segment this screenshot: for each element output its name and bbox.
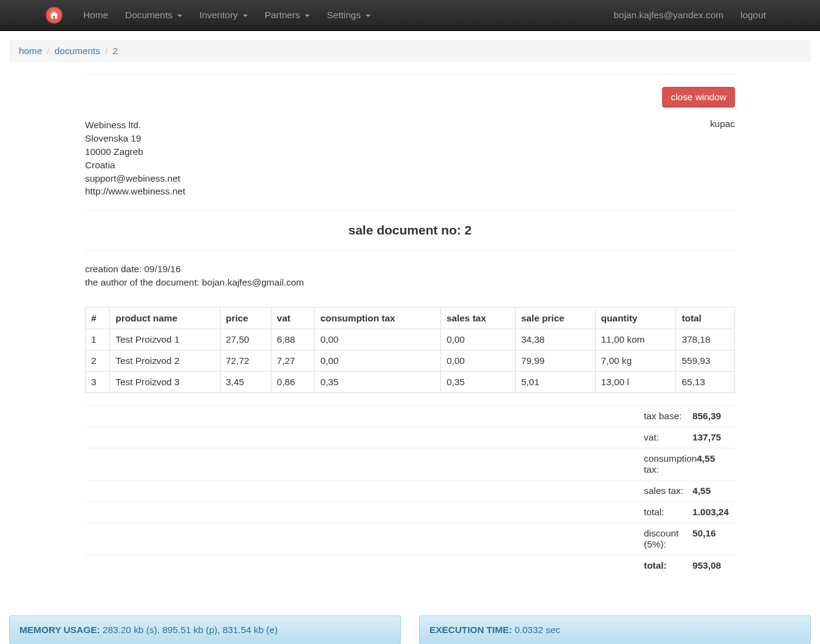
buyer-label: kupac [710,118,735,198]
cell-vat: 6,88 [271,329,315,351]
subtotal-value: 1.003,24 [692,507,735,518]
company-city: 10000 Zagreb [85,145,185,159]
col-consumption-tax: consumption tax [315,308,441,329]
execution-time-label: EXECUTION TIME: [429,625,512,635]
memory-usage-label: MEMORY USAGE: [19,625,100,635]
breadcrumb: home documents 2 [9,40,811,62]
tax-base-label: tax base: [85,411,692,422]
svg-rect-2 [53,16,55,19]
brand-logo-icon[interactable] [46,7,63,24]
document-meta: creation date: 09/19/16 the author of th… [85,262,735,289]
col-sale-price: sale price [515,308,595,329]
caret-down-icon [177,15,182,17]
execution-time-value: 0.0332 sec [512,625,561,635]
totals-block: tax base:856,39 vat:137,75 consumption t… [85,405,735,576]
cell-idx: 2 [86,351,110,372]
discount-label: discount (5%): [85,528,692,550]
cell-quantity: 11,00 kom [595,329,676,351]
cell-price: 3,45 [220,372,271,393]
nav-documents[interactable]: Documents [117,1,191,30]
cell-sales_tax: 0,00 [441,351,516,372]
nav-home[interactable]: Home [75,1,117,30]
sales-tax-label: sales tax: [85,485,692,496]
vat-value: 137,75 [692,432,735,443]
col-vat: vat [271,308,315,329]
creation-date-value: 09/19/16 [145,264,181,274]
cell-idx: 1 [86,329,110,351]
close-window-button[interactable]: close window [662,87,735,108]
cell-quantity: 13,00 l [595,372,676,393]
company-country: Croatia [85,159,185,172]
cell-price: 27,50 [220,329,271,351]
cell-vat: 7,27 [271,351,315,372]
author-label: the author of the document: [85,277,202,287]
cell-quantity: 7,00 kg [595,351,676,372]
company-info: Webiness ltd. Slovenska 19 10000 Zagreb … [85,118,185,198]
cell-cons_tax: 0,35 [315,372,441,393]
nav-logout[interactable]: logout [732,1,774,30]
cell-cons_tax: 0,00 [315,329,441,351]
table-row: 1Test Proizvod 127,506,880,000,0034,3811… [86,329,735,351]
breadcrumb-home[interactable]: home [19,46,43,56]
cell-total: 378,18 [676,329,735,351]
col-sales-tax: sales tax [441,308,516,329]
company-name: Webiness ltd. [85,118,185,132]
company-email: support@webiness.net [85,172,185,185]
nav-inventory[interactable]: Inventory [191,1,256,30]
table-header-row: # product name price vat consumption tax… [86,308,735,329]
final-total-value: 953,08 [692,560,735,571]
cell-sales_tax: 0,35 [441,372,516,393]
caret-down-icon [305,15,310,17]
items-table: # product name price vat consumption tax… [85,307,735,393]
consumption-tax-label: consumption tax: [85,453,697,475]
sales-tax-value: 4,55 [692,485,735,496]
nav-partners[interactable]: Partners [256,1,318,30]
cell-total: 65,13 [676,372,735,393]
cell-name: Test Proizvod 1 [110,329,220,351]
col-total: total [676,308,735,329]
breadcrumb-current: 2 [100,46,118,57]
subtotal-label: total: [85,507,692,518]
cell-price: 72,72 [220,351,271,372]
nav-settings[interactable]: Settings [318,1,379,30]
caret-down-icon [243,15,248,17]
cell-total: 559,93 [676,351,735,372]
col-idx: # [86,308,110,329]
cell-sales_tax: 0,00 [441,329,516,351]
navbar: Home Documents Inventory Partners Settin… [0,0,820,31]
col-quantity: quantity [595,308,676,329]
cell-name: Test Proizvod 2 [110,351,220,372]
nav-user-email[interactable]: bojan.kajfes@yandex.com [605,1,732,30]
company-url: http://www.webiness.net [85,185,185,198]
table-row: 3Test Proizvod 33,450,860,350,355,0113,0… [86,372,735,393]
author-value: bojan.kajfes@gmail.com [202,277,304,287]
cell-cons_tax: 0,00 [315,351,441,372]
table-row: 2Test Proizvod 272,727,270,000,0079,997,… [86,351,735,372]
company-street: Slovenska 19 [85,132,185,145]
memory-usage-panel: MEMORY USAGE: 283.20 kb (s), 895.51 kb (… [9,615,401,644]
tax-base-value: 856,39 [692,411,735,422]
cell-name: Test Proizvod 3 [110,372,220,393]
document-title: sale document no: 2 [85,223,735,238]
breadcrumb-documents[interactable]: documents [55,46,100,56]
cell-idx: 3 [86,372,110,393]
final-total-label: total: [85,560,692,571]
caret-down-icon [366,15,371,17]
col-product-name: product name [110,308,220,329]
vat-label: vat: [85,432,692,443]
cell-vat: 0,86 [271,372,315,393]
cell-sale_price: 34,38 [515,329,595,351]
cell-sale_price: 79,99 [515,351,595,372]
svg-marker-1 [50,12,58,15]
cell-sale_price: 5,01 [515,372,595,393]
execution-time-panel: EXECUTION TIME: 0.0332 sec [419,615,811,644]
creation-date-label: creation date: [85,264,145,274]
consumption-tax-value: 4,55 [697,453,735,475]
discount-value: 50,16 [692,528,735,550]
col-price: price [220,308,271,329]
memory-usage-value: 283.20 kb (s), 895.51 kb (p), 831.54 kb … [100,625,278,635]
